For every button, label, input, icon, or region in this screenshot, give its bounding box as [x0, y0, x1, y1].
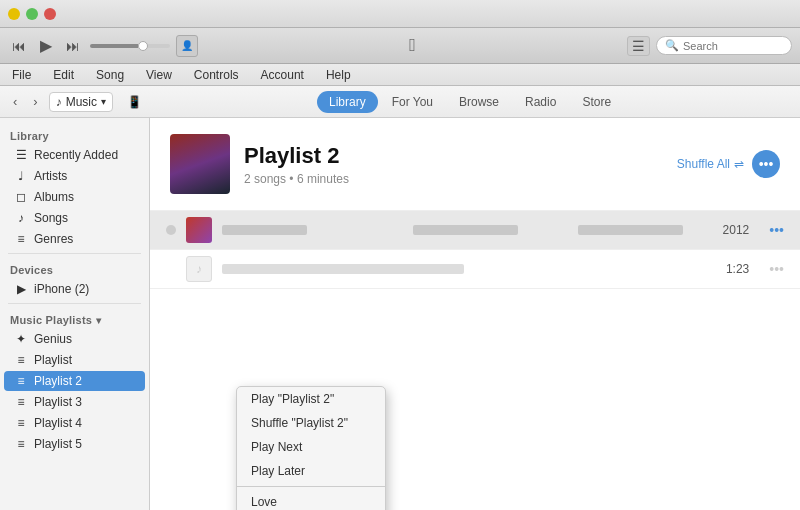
list-view-button[interactable]: ☰: [627, 36, 650, 56]
source-selector[interactable]: ♪ Music ▾: [49, 92, 113, 112]
genres-label: Genres: [34, 232, 73, 246]
volume-thumb: [138, 41, 148, 51]
menu-view[interactable]: View: [142, 68, 176, 82]
table-row[interactable]: 2012 •••: [150, 211, 800, 250]
library-section-title: Library: [0, 124, 149, 144]
sidebar-item-iphone[interactable]: ▶ iPhone (2): [4, 279, 145, 299]
playlist2-icon: ≡: [14, 374, 28, 388]
devices-section-title: Devices: [0, 258, 149, 278]
avatar[interactable]: 👤: [176, 35, 198, 57]
playlist4-icon: ≡: [14, 416, 28, 430]
sidebar-item-playlist5[interactable]: ≡ Playlist 5: [4, 434, 145, 454]
chevron-down-icon: ▾: [101, 96, 106, 107]
tab-browse[interactable]: Browse: [447, 91, 511, 113]
table-row[interactable]: ♪ 1:23 •••: [150, 250, 800, 289]
sidebar-item-recently-added[interactable]: ☰ Recently Added: [4, 145, 145, 165]
genius-label: Genius: [34, 332, 72, 346]
sidebar-item-playlist2[interactable]: ≡ Playlist 2: [4, 371, 145, 391]
track-playing-indicator: [166, 225, 176, 235]
tab-for-you[interactable]: For You: [380, 91, 445, 113]
genius-icon: ✦: [14, 332, 28, 346]
tab-library[interactable]: Library: [317, 91, 378, 113]
context-menu-divider-1: [237, 486, 385, 487]
sidebar-divider-1: [8, 253, 141, 254]
context-menu: Play "Playlist 2" Shuffle "Playlist 2" P…: [236, 386, 386, 510]
content-area: Playlist 2 2 songs • 6 minutes Shuffle A…: [150, 118, 800, 510]
track-more-button-2[interactable]: •••: [769, 261, 784, 277]
search-input[interactable]: [683, 40, 783, 52]
playlist-icon: ≡: [14, 353, 28, 367]
music-note-icon: ♪: [56, 95, 62, 109]
context-menu-item-shuffle[interactable]: Shuffle "Playlist 2": [237, 411, 385, 435]
more-options-button[interactable]: •••: [752, 150, 780, 178]
track-list: 2012 ••• ♪ 1:23 •••: [150, 211, 800, 289]
track-duration: 1:23: [726, 262, 759, 276]
recently-added-label: Recently Added: [34, 148, 118, 162]
playlist-info: Playlist 2 2 songs • 6 minutes: [244, 143, 349, 186]
sidebar-item-songs[interactable]: ♪ Songs: [4, 208, 145, 228]
menubar: File Edit Song View Controls Account Hel…: [0, 64, 800, 86]
genres-icon: ≡: [14, 232, 28, 246]
search-icon: 🔍: [665, 39, 679, 52]
albums-label: Albums: [34, 190, 74, 204]
device-icon: 📱: [127, 95, 142, 109]
iphone-label: iPhone (2): [34, 282, 89, 296]
playlist-header: Playlist 2 2 songs • 6 minutes Shuffle A…: [150, 118, 800, 211]
play-button[interactable]: ▶: [36, 34, 56, 57]
songs-label: Songs: [34, 211, 68, 225]
minimize-button[interactable]: [8, 8, 20, 20]
volume-slider[interactable]: [90, 44, 170, 48]
menu-song[interactable]: Song: [92, 68, 128, 82]
shuffle-icon: ⇌: [734, 157, 744, 171]
sidebar-item-playlist[interactable]: ≡ Playlist: [4, 350, 145, 370]
sidebar-item-genres[interactable]: ≡ Genres: [4, 229, 145, 249]
window-controls: [8, 8, 56, 20]
playlist-title: Playlist 2: [244, 143, 349, 169]
playlists-title-text: Music Playlists: [10, 314, 92, 326]
apple-center-icon: : [409, 35, 416, 56]
sidebar-divider-2: [8, 303, 141, 304]
title-bar: [0, 0, 800, 28]
shuffle-all-button[interactable]: Shuffle All ⇌: [677, 157, 744, 171]
songs-icon: ♪: [14, 211, 28, 225]
nav-back-button[interactable]: ‹: [8, 92, 22, 111]
source-label: Music: [66, 95, 97, 109]
context-menu-item-play[interactable]: Play "Playlist 2": [237, 387, 385, 411]
artists-label: Artists: [34, 169, 67, 183]
search-box[interactable]: 🔍: [656, 36, 792, 55]
menu-help[interactable]: Help: [322, 68, 355, 82]
menu-file[interactable]: File: [8, 68, 35, 82]
tab-store[interactable]: Store: [570, 91, 623, 113]
rewind-button[interactable]: ⏮: [8, 36, 30, 56]
playlist-meta: 2 songs • 6 minutes: [244, 172, 349, 186]
menu-account[interactable]: Account: [257, 68, 308, 82]
playlists-section-title: Music Playlists ▾: [0, 308, 149, 328]
main-layout: Library ☰ Recently Added ♩ Artists ◻ Alb…: [0, 118, 800, 510]
sidebar-item-albums[interactable]: ◻ Albums: [4, 187, 145, 207]
playlist-cover-image: [170, 134, 230, 194]
track-indicator-2: [166, 264, 176, 274]
sidebar-item-genius[interactable]: ✦ Genius: [4, 329, 145, 349]
context-menu-item-play-next[interactable]: Play Next: [237, 435, 385, 459]
close-button[interactable]: [44, 8, 56, 20]
tab-radio[interactable]: Radio: [513, 91, 568, 113]
track-album-bar: [578, 225, 683, 235]
track-more-button[interactable]: •••: [769, 222, 784, 238]
nav-forward-button[interactable]: ›: [28, 92, 42, 111]
menu-edit[interactable]: Edit: [49, 68, 78, 82]
sidebar-item-playlist4[interactable]: ≡ Playlist 4: [4, 413, 145, 433]
playlist5-icon: ≡: [14, 437, 28, 451]
playlist3-icon: ≡: [14, 395, 28, 409]
playlist-cover: [170, 134, 230, 194]
context-menu-item-play-later[interactable]: Play Later: [237, 459, 385, 483]
sidebar-item-playlist3[interactable]: ≡ Playlist 3: [4, 392, 145, 412]
sidebar-item-artists[interactable]: ♩ Artists: [4, 166, 145, 186]
playlist3-label: Playlist 3: [34, 395, 82, 409]
context-menu-item-love[interactable]: Love: [237, 490, 385, 510]
menu-controls[interactable]: Controls: [190, 68, 243, 82]
fast-forward-button[interactable]: ⏭: [62, 36, 84, 56]
toolbar: ⏮ ▶ ⏭ 👤  ☰ 🔍: [0, 28, 800, 64]
playlist5-label: Playlist 5: [34, 437, 82, 451]
restore-button[interactable]: [26, 8, 38, 20]
playlist2-label: Playlist 2: [34, 374, 82, 388]
